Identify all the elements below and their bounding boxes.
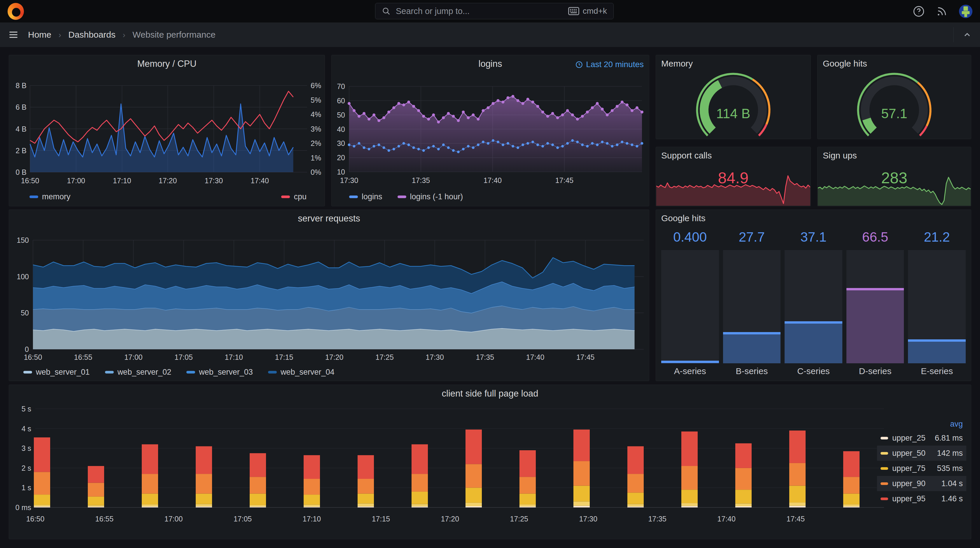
svg-text:114 B: 114 B bbox=[716, 106, 751, 121]
bar-gauge-cap bbox=[908, 339, 966, 342]
svg-text:0%: 0% bbox=[310, 168, 321, 176]
legend-label: upper_90 bbox=[892, 479, 926, 488]
legend-sort-avg[interactable]: avg bbox=[950, 420, 963, 429]
bar-gauge-bar bbox=[846, 288, 904, 363]
bar-gauge-cap bbox=[846, 288, 904, 290]
svg-text:17:35: 17:35 bbox=[476, 353, 494, 361]
panel-server-requests: server requests 15010050016:5016:5517:00… bbox=[9, 210, 649, 381]
bar-gauge-track bbox=[846, 250, 904, 363]
memory-cpu-chart[interactable]: 8 B6 B4 B2 B0 B6%5%4%3%2%1%0%16:5017:001… bbox=[9, 55, 325, 207]
memory-gauge[interactable]: 114 B bbox=[689, 69, 777, 138]
bar-gauge-column[interactable]: 66.5D-series bbox=[846, 228, 904, 377]
client-page-load-chart[interactable]: 5 s4 s3 s2 s1 s0 ms16:5016:5517:0017:051… bbox=[9, 385, 972, 540]
bar-gauge-track bbox=[723, 250, 781, 363]
breadcrumb: Home › Dashboards › Website performance bbox=[28, 30, 216, 40]
bar-gauge-value: 21.2 bbox=[908, 228, 966, 245]
legend-row[interactable]: upper_256.81 ms bbox=[877, 430, 966, 446]
svg-text:17:25: 17:25 bbox=[510, 515, 528, 523]
legend-row[interactable]: upper_50142 ms bbox=[877, 446, 966, 461]
panel-title[interactable]: Google hits bbox=[661, 213, 706, 223]
panel-google-hits-gauge: Google hits 57.1 bbox=[817, 55, 971, 139]
bar-gauge-columns[interactable]: 0.400A-series27.7B-series37.1C-series66.… bbox=[661, 228, 966, 377]
svg-text:50: 50 bbox=[21, 309, 29, 317]
svg-text:5 s: 5 s bbox=[22, 405, 31, 413]
google-hits-gauge[interactable]: 57.1 bbox=[851, 69, 938, 138]
legend-label: upper_25 bbox=[892, 433, 926, 443]
legend-swatch bbox=[881, 452, 888, 455]
search-input[interactable] bbox=[395, 6, 568, 16]
memcpu-legend: memorycpu bbox=[29, 192, 307, 201]
panel-title[interactable]: Google hits bbox=[823, 59, 867, 68]
panel-logins: logins Last 20 minutes 7060504030201017:… bbox=[331, 55, 649, 206]
panel-title[interactable]: Memory bbox=[661, 59, 693, 68]
legend-item[interactable]: cpu bbox=[281, 192, 307, 201]
legend-swatch bbox=[186, 371, 195, 373]
legend-item[interactable]: memory bbox=[29, 192, 71, 201]
legend-swatch bbox=[23, 371, 32, 373]
legend-label: logins bbox=[362, 192, 382, 201]
legend-label: web_server_04 bbox=[281, 368, 334, 377]
legend-label: cpu bbox=[294, 192, 307, 201]
svg-text:17:35: 17:35 bbox=[412, 176, 430, 185]
bar-gauge-cap bbox=[661, 361, 719, 363]
logins-chart[interactable]: 7060504030201017:3017:3517:4017:45 bbox=[332, 55, 649, 207]
svg-text:3 s: 3 s bbox=[22, 444, 31, 452]
svg-text:50: 50 bbox=[337, 111, 345, 119]
legend-label: upper_75 bbox=[892, 464, 926, 473]
breadcrumb-dashboards[interactable]: Dashboards bbox=[68, 30, 116, 40]
svg-text:17:05: 17:05 bbox=[234, 515, 252, 523]
svg-text:16:50: 16:50 bbox=[21, 177, 40, 185]
svg-text:4 B: 4 B bbox=[16, 125, 27, 133]
svg-text:17:30: 17:30 bbox=[205, 177, 223, 185]
server-requests-chart[interactable]: 15010050016:5016:5517:0017:0517:1017:151… bbox=[9, 210, 649, 381]
svg-text:16:50: 16:50 bbox=[26, 515, 45, 523]
svg-text:6%: 6% bbox=[310, 81, 321, 89]
legend-item[interactable]: logins bbox=[349, 192, 382, 201]
legend-item[interactable]: web_server_01 bbox=[23, 368, 90, 377]
user-avatar[interactable] bbox=[959, 5, 972, 18]
bar-gauge-column[interactable]: 37.1C-series bbox=[784, 228, 842, 377]
bar-gauge-value: 37.1 bbox=[784, 228, 842, 245]
svg-text:0 B: 0 B bbox=[16, 168, 27, 176]
search-box[interactable]: cmd+k bbox=[375, 3, 614, 19]
legend-row[interactable]: upper_75535 ms bbox=[877, 461, 966, 476]
svg-text:2 B: 2 B bbox=[16, 147, 27, 155]
panel-sign-ups: Sign ups 283 bbox=[817, 147, 971, 206]
legend-row[interactable]: upper_951.46 s bbox=[877, 491, 966, 506]
panel-memory-gauge: Memory 114 B bbox=[655, 55, 811, 139]
grafana-logo-icon[interactable] bbox=[8, 3, 24, 20]
grafana-logo-hole bbox=[12, 8, 21, 17]
panel-google-hits-bars: Google hits 0.400A-series27.7B-series37.… bbox=[655, 210, 971, 381]
svg-text:2%: 2% bbox=[310, 139, 321, 147]
legend-item[interactable]: web_server_04 bbox=[268, 368, 334, 377]
legend-swatch bbox=[29, 196, 38, 198]
legend-swatch bbox=[881, 482, 888, 485]
bar-gauge-bar bbox=[784, 321, 842, 363]
help-icon[interactable] bbox=[913, 6, 924, 17]
svg-text:17:30: 17:30 bbox=[340, 176, 358, 185]
collapse-chevron-up-icon[interactable] bbox=[963, 30, 972, 40]
panel-title[interactable]: Sign ups bbox=[823, 151, 857, 161]
news-rss-icon[interactable] bbox=[936, 6, 947, 17]
svg-text:17:45: 17:45 bbox=[786, 515, 805, 523]
panel-support-calls: Support calls 84.9 bbox=[655, 147, 811, 206]
legend-item[interactable]: web_server_03 bbox=[186, 368, 253, 377]
legend-item[interactable]: web_server_02 bbox=[105, 368, 172, 377]
panel-title[interactable]: Support calls bbox=[661, 151, 712, 161]
legend-item[interactable]: logins (-1 hour) bbox=[398, 192, 463, 201]
svg-text:17:10: 17:10 bbox=[224, 353, 243, 361]
legend-avg-value: 535 ms bbox=[937, 464, 963, 473]
svg-text:4%: 4% bbox=[310, 110, 321, 118]
breadcrumb-home[interactable]: Home bbox=[28, 30, 51, 40]
svg-text:17:40: 17:40 bbox=[484, 176, 502, 185]
svg-text:5%: 5% bbox=[310, 96, 321, 104]
menu-toggle-icon[interactable] bbox=[8, 29, 19, 40]
bar-gauge-column[interactable]: 0.400A-series bbox=[661, 228, 719, 377]
svg-text:17:20: 17:20 bbox=[159, 177, 177, 185]
legend-swatch bbox=[881, 437, 888, 440]
bar-gauge-column[interactable]: 27.7B-series bbox=[723, 228, 781, 377]
bar-gauge-column[interactable]: 21.2E-series bbox=[908, 228, 966, 377]
legend-swatch bbox=[105, 371, 114, 373]
legend-row[interactable]: upper_901.04 s bbox=[877, 476, 966, 491]
svg-text:17:45: 17:45 bbox=[555, 176, 574, 185]
